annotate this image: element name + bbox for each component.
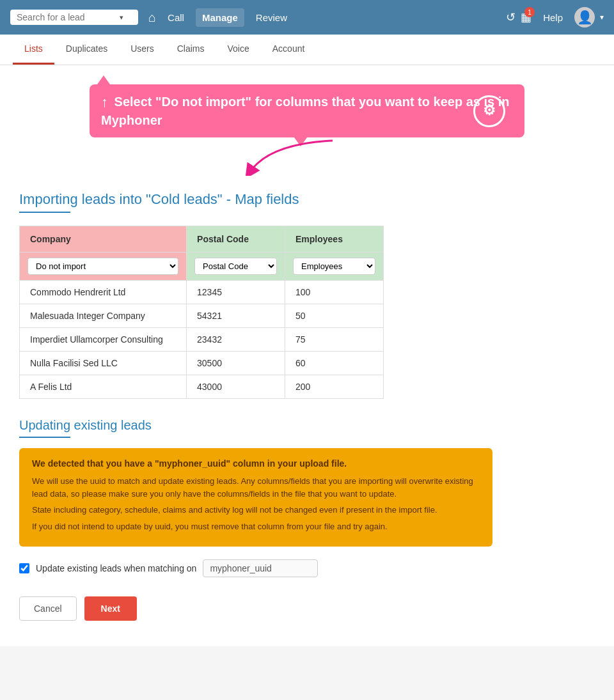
search-chevron-icon: ▾ bbox=[120, 13, 123, 22]
cell-employees-1: 50 bbox=[285, 304, 384, 328]
tab-duplicates[interactable]: Duplicates bbox=[54, 35, 119, 65]
search-input[interactable] bbox=[17, 12, 116, 22]
tab-bar: Lists Duplicates Users Claims Voice Acco… bbox=[0, 35, 614, 65]
cell-company-3: Nulla Facilisi Sed LLC bbox=[20, 352, 187, 375]
cell-postal-4: 43000 bbox=[187, 375, 285, 399]
cell-postal-2: 23432 bbox=[187, 328, 285, 352]
postal-select-cell[interactable]: Do not import Company Postal Code Employ… bbox=[187, 253, 285, 281]
cell-postal-1: 54321 bbox=[187, 304, 285, 328]
cell-company-4: A Felis Ltd bbox=[20, 375, 187, 399]
notification-badge: 1 bbox=[524, 7, 535, 17]
cancel-button[interactable]: Cancel bbox=[19, 596, 77, 621]
tab-lists[interactable]: Lists bbox=[13, 35, 54, 65]
tab-voice[interactable]: Voice bbox=[216, 35, 261, 65]
alert-line-0: We will use the uuid to match and update… bbox=[32, 475, 480, 500]
nav-manage-button[interactable]: Manage bbox=[196, 8, 244, 27]
next-button[interactable]: Next bbox=[84, 596, 137, 621]
top-navigation: ▾ ⌂ Call Manage Review ↺ ▦ 1 Help 👤 ▾ bbox=[0, 0, 614, 35]
postal-select[interactable]: Do not import Company Postal Code Employ… bbox=[194, 258, 277, 275]
tab-account[interactable]: Account bbox=[261, 35, 317, 65]
checkbox-row: Update existing leads when matching on bbox=[19, 559, 595, 577]
table-row: Commodo Hendrerit Ltd 12345 100 bbox=[20, 281, 384, 304]
alert-title: We detected that you have a "myphoner_uu… bbox=[32, 458, 480, 469]
gear-icon: ⚙ bbox=[473, 95, 505, 127]
column-header-company: Company bbox=[20, 226, 187, 253]
alert-box: We detected that you have a "myphoner_uu… bbox=[19, 448, 492, 547]
section-title-updating: Updating existing leads bbox=[19, 418, 595, 433]
company-select-cell[interactable]: Do not import Company Postal Code Employ… bbox=[20, 253, 187, 281]
table-row: Malesuada Integer Company 54321 50 bbox=[20, 304, 384, 328]
cell-employees-3: 60 bbox=[285, 352, 384, 375]
tooltip-arrow-up bbox=[97, 75, 110, 84]
cell-postal-0: 12345 bbox=[187, 281, 285, 304]
cell-postal-3: 30500 bbox=[187, 352, 285, 375]
tab-users[interactable]: Users bbox=[119, 35, 166, 65]
home-icon[interactable]: ⌂ bbox=[148, 10, 156, 25]
up-arrow-icon: ↑ bbox=[101, 93, 108, 112]
cell-employees-0: 100 bbox=[285, 281, 384, 304]
section-underline bbox=[19, 437, 70, 438]
page-title: Importing leads into "Cold leads" - Map … bbox=[19, 191, 595, 208]
cell-employees-2: 75 bbox=[285, 328, 384, 352]
notification-wrapper[interactable]: ▦ 1 bbox=[521, 10, 531, 24]
cell-company-0: Commodo Hendrerit Ltd bbox=[20, 281, 187, 304]
import-table: Company Postal Code Employees Do not imp… bbox=[19, 226, 384, 399]
employees-select[interactable]: Do not import Company Postal Code Employ… bbox=[293, 258, 375, 275]
history-icon[interactable]: ↺ bbox=[506, 10, 516, 24]
search-bar[interactable]: ▾ bbox=[10, 10, 138, 25]
cell-employees-4: 200 bbox=[285, 375, 384, 399]
column-header-postal: Postal Code bbox=[187, 226, 285, 253]
page-title-underline bbox=[19, 212, 70, 213]
update-leads-checkbox[interactable] bbox=[19, 563, 29, 573]
alert-line-2: If you did not intend to update by uuid,… bbox=[32, 520, 480, 533]
table-row: Nulla Facilisi Sed LLC 30500 60 bbox=[20, 352, 384, 375]
employees-select-cell[interactable]: Do not import Company Postal Code Employ… bbox=[285, 253, 384, 281]
table-row: A Felis Ltd 43000 200 bbox=[20, 375, 384, 399]
help-button[interactable]: Help bbox=[537, 8, 569, 27]
bottom-buttons: Cancel Next bbox=[19, 596, 595, 621]
cell-company-1: Malesuada Integer Company bbox=[20, 304, 187, 328]
update-leads-label: Update existing leads when matching on bbox=[36, 563, 196, 573]
table-row: Imperdiet Ullamcorper Consulting 23432 7… bbox=[20, 328, 384, 352]
nav-review-button[interactable]: Review bbox=[249, 8, 294, 27]
avatar[interactable]: 👤 bbox=[574, 7, 595, 27]
company-select[interactable]: Do not import Company Postal Code Employ… bbox=[28, 258, 178, 275]
match-input[interactable] bbox=[203, 559, 318, 577]
annotation-arrow bbox=[230, 137, 358, 176]
alert-line-1: State including category, schedule, clai… bbox=[32, 504, 480, 517]
column-header-employees: Employees bbox=[285, 226, 384, 253]
tooltip-box: ↑ Select "Do not import" for columns tha… bbox=[90, 84, 524, 137]
nav-call-button[interactable]: Call bbox=[161, 8, 191, 27]
tab-claims[interactable]: Claims bbox=[166, 35, 216, 65]
avatar-chevron[interactable]: ▾ bbox=[600, 13, 604, 22]
cell-company-2: Imperdiet Ullamcorper Consulting bbox=[20, 328, 187, 352]
nav-icons: ⌂ bbox=[148, 10, 156, 25]
tooltip-text: Select "Do not import" for columns that … bbox=[101, 95, 510, 127]
main-content: ↑ Select "Do not import" for columns tha… bbox=[0, 65, 614, 646]
